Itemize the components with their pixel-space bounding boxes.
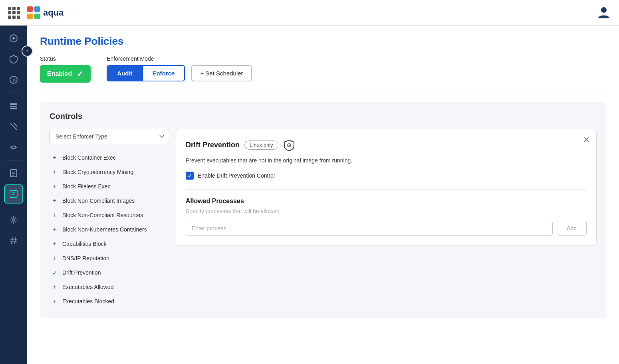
sidebar-item-dashboard[interactable]	[4, 29, 23, 48]
control-label: Block Non-Compliant Images	[62, 198, 135, 204]
sidebar-item-reports[interactable]	[4, 164, 23, 183]
svg-rect-11	[10, 108, 17, 109]
sidebar-divider-3	[6, 207, 22, 207]
svg-rect-9	[10, 103, 17, 105]
svg-point-19	[12, 219, 15, 221]
checkbox-check-icon: ✓	[188, 173, 192, 179]
plus-icon: +	[51, 298, 58, 305]
controls-section: Controls Select Enforcer Type + Block Co…	[40, 102, 606, 318]
control-label: Drift Prevention	[62, 269, 101, 276]
enforce-button[interactable]: Enforce	[143, 65, 185, 81]
svg-line-20	[12, 237, 12, 244]
svg-line-13	[14, 123, 17, 127]
control-label: Block Cryptocurrency Mining	[62, 169, 133, 175]
svg-rect-0	[27, 6, 33, 12]
control-item-drift-prevention[interactable]: ✓ Drift Prevention	[50, 265, 169, 280]
svg-rect-1	[34, 6, 40, 12]
allowed-processes-description: Specify processes that will be allowed	[186, 208, 587, 214]
control-label: Capabilities Block	[62, 241, 107, 247]
svg-rect-2	[27, 14, 33, 19]
sidebar-item-integration[interactable]	[4, 138, 23, 157]
control-label: Block Container Exec	[62, 154, 116, 161]
content-area: Runtime Policies Status Enabled ✓ Enforc…	[27, 26, 619, 364]
sidebar-item-hashmark[interactable]	[4, 231, 23, 250]
controls-body: Select Enforcer Type + Block Container E…	[50, 129, 597, 309]
plus-icon: +	[51, 168, 58, 176]
status-section: Status Enabled ✓	[40, 55, 91, 83]
grid-menu-button[interactable]	[8, 7, 20, 19]
enabled-button-text: Enabled	[47, 70, 72, 77]
control-label: Executables Blocked	[62, 298, 114, 305]
svg-rect-10	[10, 106, 17, 107]
control-label: Executables Allowed	[62, 284, 113, 290]
control-label: DNS/IP Reputation	[62, 255, 109, 261]
nav-left: aqua	[8, 6, 63, 20]
control-item-block-non-kubernetes[interactable]: + Block Non-Kubernetes Containers	[50, 222, 169, 237]
control-item-block-container-exec[interactable]: + Block Container Exec	[50, 150, 169, 165]
main-layout: ‹ ☣	[0, 26, 619, 364]
sidebar-item-settings[interactable]	[4, 210, 23, 229]
svg-rect-14	[10, 170, 17, 177]
control-item-dns-ip[interactable]: + DNS/IP Reputation	[50, 251, 169, 265]
allowed-processes-title: Allowed Processes	[186, 198, 587, 205]
enable-drift-control-row: ✓ Enable Drift Prevention Control	[186, 172, 587, 180]
svg-text:☣: ☣	[12, 77, 16, 83]
svg-point-6	[12, 37, 15, 40]
user-avatar[interactable]	[597, 5, 611, 21]
plus-icon: +	[51, 212, 58, 219]
control-item-executables-blocked[interactable]: + Executables Blocked	[50, 294, 169, 309]
enable-drift-label: Enable Drift Prevention Control	[198, 172, 275, 179]
drift-prevention-panel: Drift Prevention Linux only ✕ Prevent ex…	[176, 129, 597, 246]
enable-drift-checkbox[interactable]: ✓	[186, 172, 194, 180]
control-item-executables-allowed[interactable]: + Executables Allowed	[50, 280, 169, 294]
svg-point-25	[288, 145, 290, 146]
sidebar-divider-2	[6, 160, 22, 160]
drift-description: Prevent executables that are not in the …	[186, 157, 587, 164]
enforcement-buttons: Audit Enforce + Set Scheduler	[107, 65, 252, 81]
sidebar-item-runtime[interactable]	[4, 184, 23, 204]
plus-icon: +	[51, 183, 58, 190]
plus-icon: +	[51, 255, 58, 262]
sidebar-item-shield[interactable]	[4, 49, 23, 69]
sidebar-item-scan[interactable]	[4, 117, 23, 136]
status-label: Status	[40, 55, 91, 62]
control-item-block-non-compliant-images[interactable]: + Block Non-Compliant Images	[50, 194, 169, 208]
sidebar-item-malware[interactable]: ☣	[4, 70, 23, 89]
logo-text: aqua	[43, 8, 63, 18]
scheduler-button[interactable]: + Set Scheduler	[191, 65, 252, 81]
user-icon	[597, 5, 611, 19]
plus-icon: +	[51, 226, 58, 233]
sidebar-collapse-button[interactable]: ‹	[22, 46, 33, 57]
linux-only-badge: Linux only	[244, 140, 278, 150]
sidebar: ‹ ☣	[0, 26, 27, 364]
drift-panel-title: Drift Prevention	[186, 141, 240, 149]
control-label: Block Non-Compliant Resources	[62, 212, 143, 218]
close-panel-button[interactable]: ✕	[583, 136, 590, 144]
add-process-button[interactable]: Add	[557, 221, 587, 236]
controls-list: Select Enforcer Type + Block Container E…	[50, 129, 169, 309]
control-item-block-non-compliant-resources[interactable]: + Block Non-Compliant Resources	[50, 208, 169, 222]
control-item-block-fileless[interactable]: + Block Fileless Exec	[50, 179, 169, 194]
policy-header: Status Enabled ✓ Enforcement Mode Audit …	[40, 55, 606, 91]
logo-icon	[26, 6, 41, 20]
svg-point-4	[601, 7, 607, 13]
page-title: Runtime Policies	[40, 35, 606, 47]
control-item-capabilities-block[interactable]: + Capabilities Block	[50, 237, 169, 251]
control-label: Block Fileless Exec	[62, 183, 111, 190]
svg-rect-3	[34, 14, 40, 19]
enforcement-section: Enforcement Mode Audit Enforce + Set Sch…	[107, 55, 252, 81]
enforcer-type-select[interactable]: Select Enforcer Type	[50, 129, 169, 144]
check-icon: ✓	[51, 269, 58, 276]
sidebar-item-layers[interactable]	[4, 96, 23, 115]
enabled-checkmark-icon: ✓	[77, 69, 83, 79]
plus-icon: +	[51, 154, 58, 161]
audit-button[interactable]: Audit	[107, 65, 143, 81]
enabled-button[interactable]: Enabled ✓	[40, 65, 91, 83]
sidebar-divider-1	[6, 93, 22, 93]
panel-divider	[186, 189, 587, 190]
control-item-block-crypto[interactable]: + Block Cryptocurrency Mining	[50, 165, 169, 179]
control-label: Block Non-Kubernetes Containers	[62, 226, 147, 233]
process-input[interactable]	[186, 221, 553, 236]
enforcement-mode-label: Enforcement Mode	[107, 55, 252, 62]
top-nav: aqua	[0, 0, 619, 26]
